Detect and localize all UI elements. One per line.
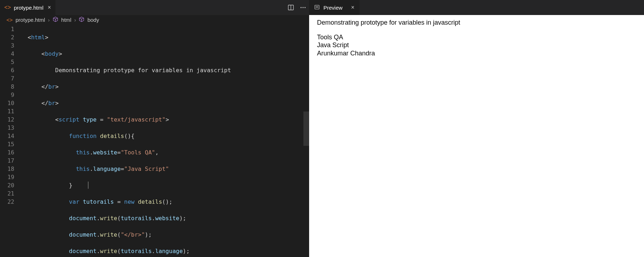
preview-line: Demonstrating prototype for variables in… <box>317 19 636 27</box>
preview-content: Demonstrating prototype for variables in… <box>309 15 644 257</box>
close-icon[interactable]: × <box>351 4 354 11</box>
editor-pane: <> protype.html × <> protype.html › <box>0 0 309 257</box>
editor-tab-actions <box>288 4 306 11</box>
text-cursor <box>88 182 88 189</box>
line-number-gutter: 1234 5678 9101112 13141516 17181920 2122 <box>0 24 21 257</box>
preview-line: Java Script <box>317 41 636 49</box>
code-line: <body> <box>21 50 309 58</box>
close-icon[interactable]: × <box>48 4 51 11</box>
editor-tab-active[interactable]: <> protype.html × <box>0 0 56 15</box>
preview-tab-label: Preview <box>323 5 342 11</box>
svg-point-3 <box>302 7 303 8</box>
breadcrumb[interactable]: <> protype.html › html › body <box>0 15 309 24</box>
code-line: Demonstrating prototype for variables in… <box>21 66 309 74</box>
code-line: this.website="Tools QA", <box>21 148 309 157</box>
html-file-icon: <> <box>6 17 13 23</box>
chevron-right-icon: › <box>74 17 76 23</box>
svg-rect-5 <box>315 5 319 9</box>
chevron-right-icon: › <box>48 17 50 23</box>
code-line: </br> <box>21 83 309 91</box>
code-line: <html> <box>21 33 309 41</box>
code-line: this.language="Java Script" <box>21 165 309 173</box>
code-line: function details(){ <box>21 132 309 140</box>
breadcrumb-item-file[interactable]: protype.html <box>16 17 45 23</box>
editor-tab-bar: <> protype.html × <box>0 0 309 15</box>
preview-pane: Preview × Demonstrating prototype for va… <box>309 0 644 257</box>
svg-point-4 <box>304 7 306 8</box>
code-line: } <box>21 181 309 189</box>
breadcrumb-item-html[interactable]: html <box>61 17 71 23</box>
more-actions-icon[interactable] <box>300 4 306 11</box>
code-area[interactable]: <html> <body> Demonstrating prototype fo… <box>21 24 309 257</box>
tab-filename: protype.html <box>14 5 44 11</box>
code-line: document.write("</br>"); <box>21 231 309 239</box>
preview-line: Tools QA <box>317 33 636 41</box>
preview-line: Arunkumar Chandra <box>317 49 636 58</box>
code-line: document.write(tutorails.website); <box>21 214 309 222</box>
html-file-icon: <> <box>4 4 11 11</box>
cube-icon <box>79 16 84 23</box>
preview-tab-bar: Preview × <box>309 0 644 15</box>
code-line: <script type = "text/javascript"> <box>21 115 309 124</box>
split-editor-icon[interactable] <box>288 4 294 11</box>
code-line: document.write(tutorails.language); <box>21 247 309 255</box>
minimap[interactable] <box>303 24 309 257</box>
minimap-slider[interactable] <box>303 112 309 146</box>
editor-body[interactable]: 1234 5678 9101112 13141516 17181920 2122… <box>0 24 309 257</box>
code-line: </br> <box>21 99 309 107</box>
breadcrumb-item-body[interactable]: body <box>87 17 99 23</box>
svg-point-2 <box>301 7 302 8</box>
preview-icon <box>314 4 320 11</box>
cube-icon <box>53 16 58 23</box>
preview-tab[interactable]: Preview × <box>309 0 360 15</box>
code-line: var tutorails = new details(); <box>21 198 309 206</box>
